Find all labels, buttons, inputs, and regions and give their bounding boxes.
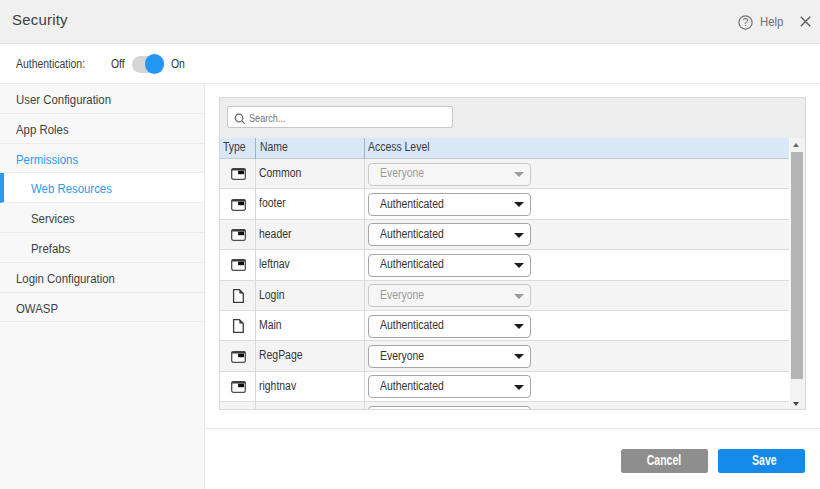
svg-text:?: ? [743, 16, 749, 28]
